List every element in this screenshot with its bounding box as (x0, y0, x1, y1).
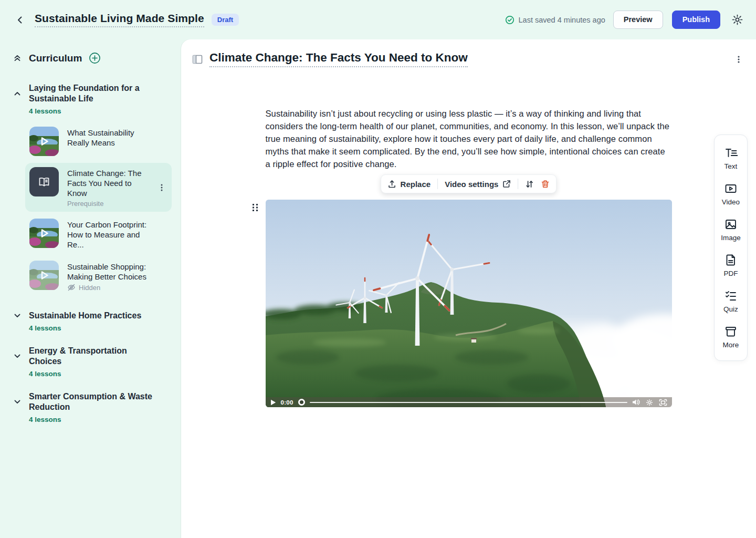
lesson-item-selected[interactable]: Climate Change: The Facts You Need to Kn… (25, 163, 172, 212)
settings-button[interactable] (731, 14, 743, 26)
course-title[interactable]: Sustainable Living Made Simple (35, 12, 204, 27)
volume-button[interactable] (632, 399, 640, 406)
kebab-icon (158, 183, 165, 192)
delete-block-button[interactable] (541, 180, 550, 189)
video-thumbnail (29, 219, 59, 248)
status-badge: Draft (212, 14, 239, 26)
lesson-item[interactable]: What Sustainability Really Means (25, 122, 172, 160)
move-block-button[interactable] (525, 180, 534, 189)
section-title: Sustainable Home Practices (29, 311, 141, 321)
section-lesson-count: 4 lessons (29, 107, 181, 115)
lesson-list: What Sustainability Really Means Climate… (25, 122, 172, 296)
drag-handle[interactable] (252, 203, 258, 212)
curriculum-header: Curriculum (0, 52, 181, 64)
video-thumbnail (29, 127, 59, 156)
replace-video-button[interactable]: Replace (387, 180, 431, 189)
lesson-meta: Prerequisite (67, 200, 148, 208)
toolbar-divider (437, 179, 438, 189)
chevron-down-icon (13, 311, 22, 320)
section-title: Energy & Transportation Choices (29, 346, 160, 367)
play-button[interactable] (270, 399, 276, 406)
curriculum-section: Smarter Consumption & Waste Reduction 4 … (0, 391, 181, 423)
insert-pdf-button[interactable]: PDF (724, 254, 738, 277)
section-lesson-count: 4 lessons (29, 416, 181, 423)
gear-icon (731, 14, 743, 26)
section-header[interactable]: Smarter Consumption & Waste Reduction (0, 391, 181, 412)
lesson-meta: Hidden (67, 283, 158, 292)
top-bar: Sustainable Living Made Simple Draft Las… (0, 0, 756, 39)
insert-quiz-button[interactable]: Quiz (723, 289, 738, 313)
chevron-down-icon (13, 397, 22, 407)
chevron-up-icon (13, 89, 22, 98)
section-header[interactable]: Sustainable Home Practices (0, 311, 181, 321)
fullscreen-button[interactable] (659, 399, 667, 406)
panel-icon (192, 55, 203, 64)
lesson-title: Your Carbon Footprint: How to Measure an… (67, 220, 158, 250)
quiz-checklist-icon (724, 289, 737, 302)
video-settings-button[interactable]: Video settings (445, 180, 511, 189)
back-button[interactable] (13, 13, 27, 27)
lesson-menu-button[interactable] (156, 181, 167, 194)
insert-more-button[interactable]: More (723, 325, 739, 349)
image-icon (724, 218, 737, 231)
lesson-header: Climate Change: The Facts You Need to Kn… (181, 39, 756, 67)
toolbar-divider (518, 179, 518, 189)
lesson-item-hidden[interactable]: Sustainable Shopping: Making Better Choi… (25, 256, 172, 296)
collapse-all-button[interactable] (13, 54, 22, 63)
video-thumbnail (29, 261, 59, 290)
play-icon (37, 268, 51, 282)
video-player[interactable]: 0:00 (266, 200, 672, 407)
insert-image-button[interactable]: Image (721, 218, 741, 242)
fullscreen-icon (659, 399, 667, 406)
insert-text-button[interactable]: Text (724, 147, 738, 170)
curriculum-section: Sustainable Home Practices 4 lessons (0, 311, 181, 332)
eye-off-icon (67, 283, 76, 292)
play-icon (270, 399, 276, 406)
insert-more-label: More (723, 341, 739, 349)
reading-lesson-icon (29, 167, 59, 196)
topbar-actions: Last saved 4 minutes ago Preview Publish (505, 11, 743, 29)
section-header[interactable]: Laying the Foundation for a Sustainable … (0, 83, 181, 104)
kebab-icon (735, 55, 742, 64)
video-icon (724, 182, 737, 195)
insert-quiz-label: Quiz (723, 305, 738, 313)
lesson-item[interactable]: Your Carbon Footprint: How to Measure an… (25, 214, 172, 254)
lesson-body-text[interactable]: Sustainability isn’t just about recyclin… (266, 107, 672, 170)
trash-icon (541, 180, 550, 189)
book-open-icon (37, 174, 51, 189)
curriculum-section: Laying the Foundation for a Sustainable … (0, 83, 181, 296)
section-title: Smarter Consumption & Waste Reduction (29, 391, 160, 412)
lesson-title: Climate Change: The Facts You Need to Kn… (67, 168, 148, 198)
external-link-icon (502, 180, 511, 188)
double-chevron-up-icon (13, 54, 22, 63)
lesson-title: Sustainable Shopping: Making Better Choi… (67, 262, 158, 282)
insert-image-label: Image (721, 234, 741, 242)
lesson-options-button[interactable] (733, 53, 744, 66)
section-header[interactable]: Energy & Transportation Choices (0, 346, 181, 367)
lesson-title: What Sustainability Really Means (67, 128, 158, 148)
publish-button[interactable]: Publish (672, 11, 720, 29)
save-status: Last saved 4 minutes ago (505, 15, 605, 25)
seek-handle[interactable] (298, 399, 305, 406)
check-circle-icon (505, 15, 514, 25)
replace-label: Replace (401, 180, 431, 189)
preview-button[interactable]: Preview (613, 11, 663, 29)
lesson-page-title[interactable]: Climate Change: The Facts You Need to Kn… (209, 51, 468, 67)
video-frame-windfarm (266, 200, 672, 407)
section-lesson-count: 4 lessons (29, 324, 181, 332)
video-settings-label: Video settings (445, 180, 498, 189)
section-lesson-count: 4 lessons (29, 370, 181, 378)
last-saved-text: Last saved 4 minutes ago (519, 16, 605, 24)
add-section-button[interactable] (89, 52, 101, 64)
archive-box-icon (724, 325, 737, 338)
gear-icon (646, 399, 653, 406)
insert-video-button[interactable]: Video (722, 182, 740, 206)
seek-track[interactable] (310, 402, 627, 403)
volume-icon (632, 399, 640, 406)
curriculum-title: Curriculum (29, 53, 82, 64)
upload-icon (387, 180, 396, 189)
player-settings-button[interactable] (646, 399, 653, 406)
plus-circle-icon (89, 52, 101, 64)
sidebar-toggle-button[interactable] (192, 55, 203, 64)
curriculum-sidebar: Curriculum Laying the Foundation for a S… (0, 39, 181, 538)
